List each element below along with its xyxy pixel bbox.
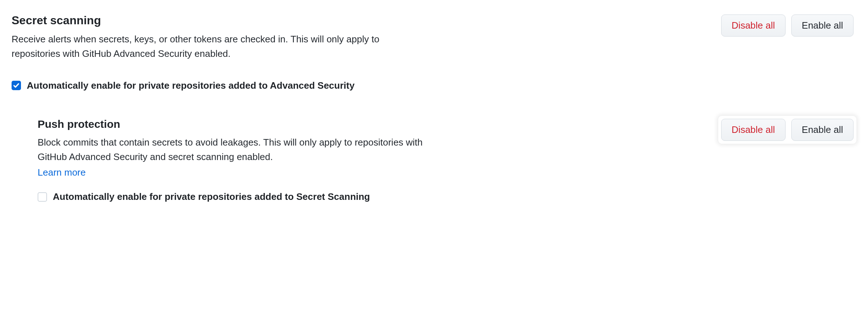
check-icon <box>13 82 20 89</box>
push-protection-button-group: Disable all Enable all <box>718 116 856 144</box>
secret-scanning-auto-enable-row: Automatically enable for private reposit… <box>12 79 856 93</box>
secret-scanning-enable-all-button[interactable]: Enable all <box>791 14 854 37</box>
push-protection-auto-enable-label: Automatically enable for private reposit… <box>53 190 370 204</box>
push-protection-auto-enable-checkbox[interactable] <box>38 192 47 202</box>
push-protection-enable-all-button[interactable]: Enable all <box>791 119 854 141</box>
secret-scanning-text: Secret scanning Receive alerts when secr… <box>12 12 409 61</box>
secret-scanning-title: Secret scanning <box>12 12 409 29</box>
push-protection-text: Push protection Block commits that conta… <box>38 116 435 180</box>
secret-scanning-description: Receive alerts when secrets, keys, or ot… <box>12 32 409 61</box>
secret-scanning-disable-all-button[interactable]: Disable all <box>721 14 786 37</box>
push-protection-section: Push protection Block commits that conta… <box>12 116 856 180</box>
secret-scanning-auto-enable-checkbox[interactable] <box>12 81 21 90</box>
push-protection-description: Block commits that contain secrets to av… <box>38 135 435 164</box>
push-protection-learn-more-link[interactable]: Learn more <box>38 165 86 180</box>
secret-scanning-auto-enable-label: Automatically enable for private reposit… <box>27 79 354 93</box>
push-protection-title: Push protection <box>38 116 435 132</box>
secret-scanning-section: Secret scanning Receive alerts when secr… <box>12 12 856 61</box>
push-protection-disable-all-button[interactable]: Disable all <box>721 119 786 141</box>
secret-scanning-button-group: Disable all Enable all <box>718 12 856 39</box>
push-protection-auto-enable-row: Automatically enable for private reposit… <box>12 190 856 204</box>
